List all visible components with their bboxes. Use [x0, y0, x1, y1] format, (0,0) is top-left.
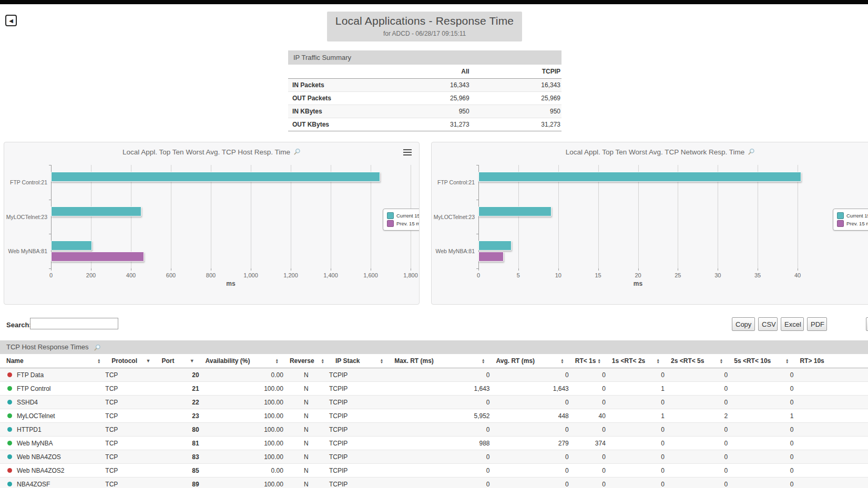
- axis-tick: [411, 268, 411, 271]
- ip-summary-value-tcpip: 16,343: [471, 79, 561, 92]
- column-header-rt_gt_10[interactable]: RT> 10s▲▼: [793, 354, 868, 368]
- cell-rt_2_5: 0: [665, 450, 728, 464]
- cell-rt_5_10: 0: [728, 477, 793, 488]
- x-axis-unit-label: ms: [215, 280, 247, 287]
- cell-port[interactable]: 81: [155, 437, 199, 450]
- cell-rt_5_10: 0: [728, 464, 793, 477]
- cell-port[interactable]: 22: [155, 396, 199, 409]
- category-tick: [476, 268, 478, 269]
- status-dot-green: [7, 386, 12, 391]
- column-header-avg_rt[interactable]: Avg. RT (ms)▲▼: [490, 354, 569, 368]
- column-header-label: 1s <RT< 2s: [612, 357, 645, 365]
- cell-availability: 100.00: [199, 477, 283, 488]
- column-header-ip_stack[interactable]: IP Stack▲▼: [329, 354, 388, 368]
- ip-summary-row: OUT Packets25,96925,969: [288, 92, 561, 105]
- table-row: Web NBA4ZOS2TCP850.00NTCPIP000000: [0, 464, 868, 477]
- chart-menu-icon[interactable]: [403, 149, 412, 155]
- cell-ip_stack: TCPIP: [329, 477, 388, 488]
- column-header-inner: Reverse▲▼: [283, 357, 329, 365]
- cell-max_rt: 988: [388, 437, 489, 450]
- cell-max_rt: 0: [388, 477, 489, 488]
- column-header-inner: Name▲▼: [0, 357, 105, 365]
- sort-desc-icon: ▼: [146, 359, 151, 364]
- app-name: Web NBA4ZOS: [17, 453, 61, 461]
- cell-rt_lt_1: 0: [569, 423, 606, 437]
- name-cell: FTP Control: [0, 385, 105, 392]
- cell-rt_5_10: 1: [728, 409, 793, 423]
- column-header-label: Port: [161, 357, 174, 365]
- category-label: FTP Control:21: [437, 179, 475, 185]
- axis-tick: [131, 268, 131, 271]
- sort-desc-icon: ▼: [190, 359, 195, 364]
- ip-summary-header: IP Traffic Summary: [288, 50, 561, 65]
- cell-reverse: N: [283, 368, 329, 382]
- cell-port[interactable]: 21: [155, 382, 199, 396]
- cell-avg_rt: 0: [490, 450, 569, 464]
- column-header-label: Protocol: [111, 357, 137, 365]
- cell-reverse: N: [283, 382, 329, 396]
- cell-port[interactable]: 83: [155, 450, 199, 464]
- back-button[interactable]: ◀: [5, 15, 17, 26]
- column-header-max_rt[interactable]: Max. RT (ms)▲▼: [388, 354, 489, 368]
- cell-port[interactable]: 20: [155, 368, 199, 382]
- bar-current: [478, 172, 801, 182]
- column-header-label: IP Stack: [335, 357, 360, 365]
- cell-availability: 100.00: [199, 450, 283, 464]
- axis-tick: [558, 268, 559, 271]
- column-header-rt_2_5[interactable]: 2s <RT< 5s▲▼: [665, 354, 728, 368]
- cell-protocol: TCP: [105, 437, 155, 450]
- search-label: Search:: [6, 321, 32, 329]
- column-header-rt_1_2[interactable]: 1s <RT< 2s▲▼: [606, 354, 665, 368]
- tcp-host-response-table: Name▲▼Protocol▼Port▼Availability (%)▲▼Re…: [0, 354, 868, 488]
- legend-item[interactable]: Current 15 min.: [387, 212, 420, 219]
- column-header-availability[interactable]: Availability (%)▲▼: [199, 354, 283, 368]
- cell-max_rt: 0: [388, 423, 489, 437]
- axis-tick-label: 15: [583, 272, 614, 278]
- ip-summary-value-tcpip: 950: [471, 105, 561, 118]
- column-header-protocol[interactable]: Protocol▼: [105, 354, 155, 368]
- export-button-excel[interactable]: Excel: [781, 317, 804, 331]
- column-header-name[interactable]: Name▲▼: [0, 354, 105, 368]
- sort-icon: ▲▼: [380, 358, 383, 364]
- column-header-rt_lt_1[interactable]: RT< 1s▲▼: [569, 354, 606, 368]
- magnifier-icon[interactable]: [94, 344, 101, 351]
- axis-tick-label: 25: [662, 272, 693, 278]
- column-header-port[interactable]: Port▼: [155, 354, 199, 368]
- cell-port[interactable]: 89: [155, 477, 199, 488]
- search-input[interactable]: [30, 318, 118, 329]
- cell-port[interactable]: 80: [155, 423, 199, 437]
- status-dot-teal: [7, 400, 12, 404]
- magnifier-icon[interactable]: [748, 148, 755, 155]
- export-button-pdf[interactable]: PDF: [807, 317, 827, 331]
- export-button-copy[interactable]: Copy: [732, 317, 755, 331]
- cell-port[interactable]: 23: [155, 409, 199, 423]
- column-header-rt_5_10[interactable]: 5s <RT< 10s▲▼: [728, 354, 793, 368]
- cell-max_rt: 1,643: [388, 382, 489, 396]
- cell-protocol: TCP: [105, 477, 155, 488]
- magnifier-icon[interactable]: [293, 148, 301, 155]
- export-button-csv[interactable]: CSV: [758, 317, 778, 331]
- legend-item[interactable]: Prev. 15 min.: [837, 220, 868, 227]
- menu-bar: [403, 152, 412, 153]
- cell-name: MyLOCTelnet: [0, 409, 105, 423]
- cell-name: Web NBA4ZOS: [0, 450, 105, 464]
- page-title: Local Applications - Response Time: [327, 15, 522, 27]
- cell-avg_rt: 0: [490, 477, 569, 488]
- axis-tick-label: 200: [75, 272, 107, 278]
- cell-availability: 0.00: [199, 464, 283, 477]
- bar-current: [478, 241, 512, 251]
- cell-rt_1_2: 0: [606, 477, 665, 488]
- cell-ip_stack: TCPIP: [329, 437, 388, 450]
- cell-port[interactable]: 85: [155, 464, 199, 477]
- legend-item[interactable]: Current 15 min.: [837, 212, 868, 219]
- column-header-reverse[interactable]: Reverse▲▼: [283, 354, 329, 368]
- table-row: FTP ControlTCP21100.00NTCPIP1,6431,64301…: [0, 382, 868, 396]
- export-button-print[interactable]: Print: [866, 317, 868, 331]
- host-table-section-bar: TCP Host Response Times: [0, 340, 868, 354]
- app-name: Web MyNBA: [17, 440, 53, 447]
- legend-item[interactable]: Prev. 15 min.: [387, 220, 420, 227]
- cell-rt_2_5: 0: [665, 423, 728, 437]
- cell-name: NBA4ZOSF: [0, 477, 105, 488]
- status-dot-teal: [7, 482, 12, 486]
- menu-bar: [403, 154, 412, 155]
